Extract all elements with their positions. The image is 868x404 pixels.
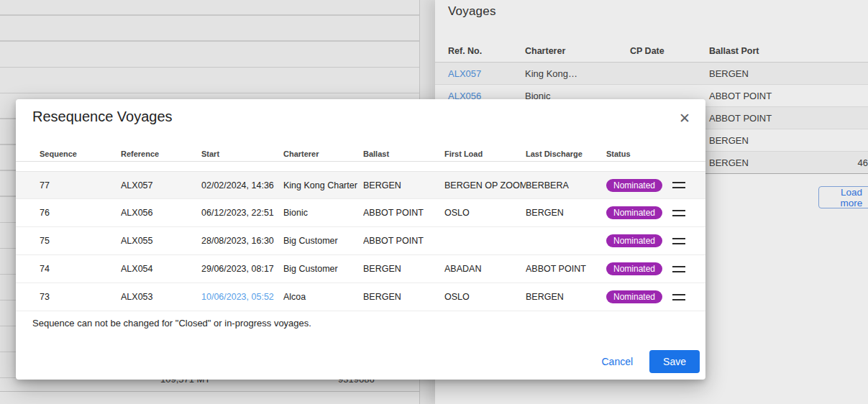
close-icon[interactable]: ✕ [677, 110, 693, 126]
drag-handle-icon[interactable] [672, 210, 685, 216]
col-first-load: First Load [444, 150, 526, 158]
sequence-value: 73 [40, 292, 121, 302]
col-ballast: Ballast [363, 150, 444, 158]
screen: 109,571 MT 9319686 Voyages Ref. No. Char… [0, 0, 868, 404]
table-row[interactable]: ALX057 King Kong… BERGEN [435, 63, 868, 85]
drag-handle-icon[interactable] [672, 182, 685, 188]
dialog-actions: Cancel Save [590, 350, 700, 373]
reference-value: ALX055 [121, 236, 201, 246]
sequence-value: 74 [40, 264, 121, 274]
status-badge: Nominated [606, 262, 662, 275]
col-charterer: Charterer [525, 46, 630, 56]
load-more-button[interactable]: Load more [818, 186, 868, 208]
resequence-voyages-dialog: Resequence Voyages ✕ Sequence Reference … [16, 99, 705, 380]
status-badge: Nominated [606, 234, 662, 247]
dialog-title: Resequence Voyages [32, 109, 173, 125]
start-value: 28/08/2023, 16:30 [201, 236, 283, 246]
start-value: 06/12/2023, 22:51 [201, 208, 283, 218]
sequence-value: 77 [40, 180, 121, 190]
resequence-table-body: 77 ALX057 02/02/2024, 14:36 King Kong Ch… [16, 171, 705, 311]
reference-value: ALX057 [121, 180, 201, 190]
resequence-table-header: Sequence Reference Start Charterer Balla… [16, 146, 705, 162]
voyages-panel-title: Voyages [448, 4, 496, 19]
col-charterer: Charterer [283, 150, 363, 158]
drag-handle-icon[interactable] [672, 294, 685, 300]
drag-handle-icon[interactable] [672, 266, 685, 272]
col-ballast-port: Ballast Port [709, 46, 831, 56]
resequence-row[interactable]: 77 ALX057 02/02/2024, 14:36 King Kong Ch… [16, 171, 705, 199]
save-button[interactable]: Save [649, 350, 700, 373]
start-value: 02/02/2024, 14:36 [201, 180, 283, 190]
col-ref-no: Ref. No. [448, 46, 525, 56]
col-cp-date: CP Date [630, 46, 709, 56]
col-reference: Reference [121, 150, 201, 158]
sequence-value: 75 [40, 236, 121, 246]
status-badge: Nominated [606, 206, 662, 219]
start-date-link[interactable]: 10/06/2023, 05:52 [201, 292, 283, 302]
status-badge: Nominated [606, 290, 662, 303]
status-badge: Nominated [606, 179, 662, 192]
voyage-ref-link[interactable]: ALX057 [448, 68, 525, 79]
col-sequence: Sequence [40, 150, 121, 158]
col-last-discharge: Last Discharge [526, 150, 606, 158]
voyages-table-header: Ref. No. Charterer CP Date Ballast Port [435, 40, 868, 63]
ballast-quantity: 46,96 [831, 157, 868, 168]
reference-value: ALX056 [121, 208, 201, 218]
reference-value: ALX054 [121, 264, 201, 274]
cancel-button[interactable]: Cancel [590, 350, 644, 373]
drag-handle-icon[interactable] [672, 238, 685, 244]
col-start: Start [201, 150, 283, 158]
resequence-note: Sequence can not be changed for "Closed"… [32, 318, 311, 329]
reference-value: ALX053 [121, 292, 201, 302]
resequence-row[interactable]: 76 ALX056 06/12/2023, 22:51 Bionic ABBOT… [16, 199, 705, 227]
resequence-row[interactable]: 74 ALX054 29/06/2023, 08:17 Big Customer… [16, 255, 705, 283]
sequence-value: 76 [40, 208, 121, 218]
col-status: Status [606, 150, 671, 158]
resequence-row[interactable]: 73 ALX053 10/06/2023, 05:52 Alcoa BERGEN… [16, 283, 705, 311]
resequence-row[interactable]: 75 ALX055 28/08/2023, 16:30 Big Customer… [16, 227, 705, 255]
start-value: 29/06/2023, 08:17 [201, 264, 283, 274]
